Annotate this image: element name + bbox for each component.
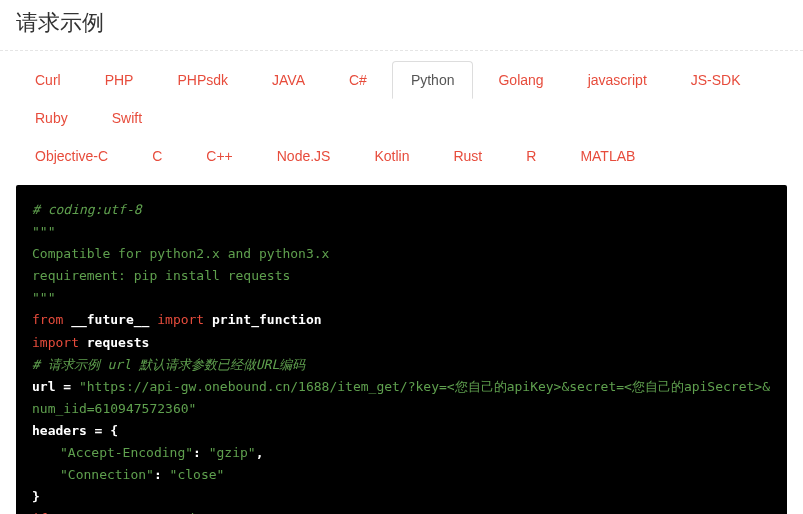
tab-rust[interactable]: Rust (434, 137, 501, 175)
tab-curl[interactable]: Curl (16, 61, 80, 99)
tab-javascript[interactable]: javascript (569, 61, 666, 99)
code-string: "Connection" (60, 467, 154, 482)
tabs-row-1: Curl PHP PHPsdk JAVA C# Python Golang ja… (16, 61, 787, 137)
code-punct: : (154, 467, 170, 482)
code-punct: , (256, 445, 264, 460)
tab-phpsdk[interactable]: PHPsdk (158, 61, 247, 99)
code-string: "close" (170, 467, 225, 482)
code-var: url = (32, 379, 79, 394)
code-string: "gzip" (209, 445, 256, 460)
tab-swift[interactable]: Swift (93, 99, 161, 137)
tab-golang[interactable]: Golang (479, 61, 562, 99)
tab-jssdk[interactable]: JS-SDK (672, 61, 760, 99)
code-docstring: Compatible for python2.x and python3.x (32, 246, 329, 261)
tab-nodejs[interactable]: Node.JS (258, 137, 350, 175)
code-symbol: print_function (204, 312, 321, 327)
tab-java[interactable]: JAVA (253, 61, 324, 99)
code-comment: # coding:utf-8 (32, 202, 142, 217)
code-docstring: requirement: pip install requests (32, 268, 290, 283)
code-comment: # 请求示例 url 默认请求参数已经做URL编码 (32, 357, 305, 372)
code-block: # coding:utf-8 """ Compatible for python… (16, 185, 787, 514)
tab-ruby[interactable]: Ruby (16, 99, 87, 137)
code-keyword: import (157, 312, 204, 327)
tab-r[interactable]: R (507, 137, 555, 175)
tab-c[interactable]: C (133, 137, 181, 175)
page-title: 请求示例 (0, 0, 803, 51)
code-symbol: __future__ (63, 312, 157, 327)
code-symbol: requests (79, 335, 149, 350)
tab-objc[interactable]: Objective-C (16, 137, 127, 175)
tabs-row-2: Objective-C C C++ Node.JS Kotlin Rust R … (16, 137, 787, 175)
code-docstring-close: """ (32, 290, 55, 305)
code-docstring-open: """ (32, 224, 55, 239)
code-var: headers = { (32, 423, 118, 438)
code-keyword: import (32, 335, 79, 350)
code-string: "https://api-gw.onebound.cn/1688/item_ge… (32, 379, 770, 416)
tab-csharp[interactable]: C# (330, 61, 386, 99)
code-string: "Accept-Encoding" (60, 445, 193, 460)
tabs-container: Curl PHP PHPsdk JAVA C# Python Golang ja… (0, 51, 803, 175)
tab-kotlin[interactable]: Kotlin (355, 137, 428, 175)
tab-python[interactable]: Python (392, 61, 474, 99)
code-keyword: from (32, 312, 63, 327)
tab-cpp[interactable]: C++ (187, 137, 251, 175)
tab-matlab[interactable]: MATLAB (561, 137, 654, 175)
code-punct: } (32, 489, 40, 504)
tab-php[interactable]: PHP (86, 61, 153, 99)
code-punct: : (193, 445, 209, 460)
